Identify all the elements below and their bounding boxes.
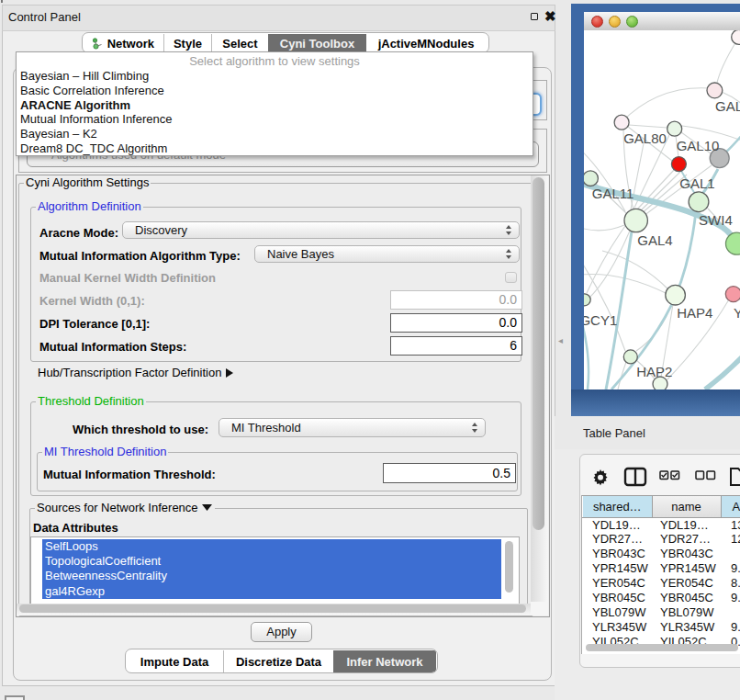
svg-text:GAL11: GAL11 xyxy=(592,186,634,201)
svg-text:GCY1: GCY1 xyxy=(584,312,617,328)
svg-text:GAL80: GAL80 xyxy=(623,130,667,146)
svg-text:SWI4: SWI4 xyxy=(699,212,733,228)
svg-text:GAL1: GAL1 xyxy=(679,175,714,191)
svg-text:Y: Y xyxy=(734,305,740,321)
svg-text:GAL4: GAL4 xyxy=(637,232,672,248)
svg-text:HAP2: HAP2 xyxy=(636,364,672,379)
svg-text:HAP4: HAP4 xyxy=(677,305,712,321)
svg-text:GAL10: GAL10 xyxy=(677,138,720,153)
svg-text:GAL2: GAL2 xyxy=(715,98,740,114)
